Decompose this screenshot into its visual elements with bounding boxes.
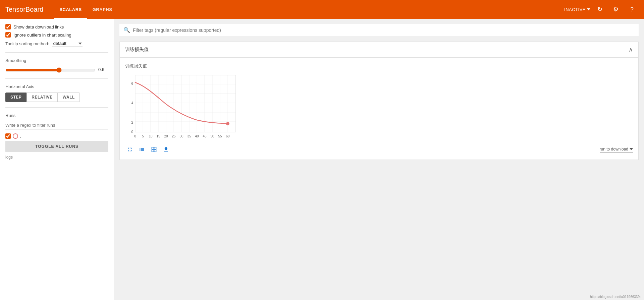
smoothing-slider[interactable] <box>5 67 96 73</box>
ignore-outliers-row: Ignore outliers in chart scaling <box>5 32 108 38</box>
svg-point-36 <box>226 122 229 125</box>
chart-section-title: 训练损失值 <box>125 47 149 53</box>
svg-text:30: 30 <box>179 134 183 138</box>
chart-card: 训练损失值 ∧ 训练损失值 <box>119 42 639 160</box>
svg-rect-39 <box>152 150 154 152</box>
svg-text:10: 10 <box>149 134 153 138</box>
checkboxes-section: Show data download links Ignore outliers… <box>5 24 108 47</box>
settings-icon[interactable]: ⚙ <box>609 3 623 16</box>
tooltip-row: Tooltip sorting method: default ascendin… <box>5 40 108 47</box>
axis-relative-button[interactable]: RELATIVE <box>26 93 57 102</box>
chart-card-body: 训练损失值 <box>120 58 638 160</box>
header-right: INACTIVE ↻ ⚙ ? <box>564 3 639 16</box>
main-nav: SCALARS GRAPHS <box>54 0 117 19</box>
show-download-label: Show data download links <box>13 24 64 29</box>
svg-text:0: 0 <box>134 134 136 138</box>
divider-2 <box>5 78 108 79</box>
svg-text:25: 25 <box>172 134 176 138</box>
horizontal-axis-title: Horizontal Axis <box>5 84 108 89</box>
runs-section: Runs . TOGGLE ALL RUNS logs <box>5 113 108 160</box>
show-download-checkbox[interactable] <box>5 24 11 29</box>
filter-bar: 🔍 <box>119 24 639 36</box>
sidebar: Show data download links Ignore outliers… <box>0 19 114 300</box>
svg-text:55: 55 <box>218 134 222 138</box>
data-toggle-button[interactable] <box>149 145 159 154</box>
run-color-dot <box>13 133 18 139</box>
main-content: 🔍 训练损失值 ∧ 训练损失值 <box>114 19 644 300</box>
axis-wall-button[interactable]: WALL <box>58 93 80 102</box>
horizontal-axis-section: Horizontal Axis STEP RELATIVE WALL <box>5 84 108 102</box>
ignore-outliers-checkbox[interactable] <box>5 32 11 38</box>
footer-url: https://blog.csdn.net/u011966339s <box>590 295 641 299</box>
tooltip-sorting-select[interactable]: default ascending descending nearest <box>52 40 83 47</box>
svg-text:4: 4 <box>131 101 133 105</box>
runs-filter-input[interactable] <box>5 121 108 129</box>
help-icon[interactable]: ? <box>625 3 639 16</box>
show-download-row: Show data download links <box>5 24 108 29</box>
chart-card-header: 训练损失值 ∧ <box>120 42 638 58</box>
tooltip-sorting-label: Tooltip sorting method: <box>5 41 49 46</box>
refresh-icon[interactable]: ↻ <box>593 3 606 16</box>
download-label: run to download <box>600 147 628 152</box>
chart-toolbar: run to download <box>125 145 633 154</box>
run-label: . <box>20 134 21 139</box>
run-to-download-select[interactable]: run to download <box>600 147 633 153</box>
logs-label: logs <box>5 155 108 160</box>
list-item: . <box>5 133 108 139</box>
svg-text:50: 50 <box>210 134 214 138</box>
runs-title: Runs <box>5 113 108 118</box>
svg-text:2: 2 <box>131 121 133 124</box>
svg-text:6: 6 <box>131 82 133 85</box>
chart-svg: 0 2 4 6 0 5 10 15 20 25 30 35 40 <box>125 72 239 142</box>
smoothing-value: 0.6 <box>98 67 108 73</box>
axis-step-button[interactable]: STEP <box>5 93 26 102</box>
axis-buttons: STEP RELATIVE WALL <box>5 93 108 102</box>
svg-text:0: 0 <box>131 130 133 134</box>
svg-text:35: 35 <box>187 134 191 138</box>
svg-rect-37 <box>152 147 154 149</box>
divider-3 <box>5 107 108 108</box>
download-svg-button[interactable] <box>161 145 171 154</box>
smoothing-row: 0.6 <box>5 67 108 73</box>
svg-rect-40 <box>154 150 156 152</box>
smoothing-section: Smoothing 0.6 <box>5 58 108 73</box>
app-header: TensorBoard SCALARS GRAPHS INACTIVE ↻ ⚙ … <box>0 0 644 19</box>
divider-1 <box>5 52 108 53</box>
search-icon: 🔍 <box>123 27 130 33</box>
svg-text:60: 60 <box>226 134 230 138</box>
legend-button[interactable] <box>137 145 147 154</box>
nav-graphs[interactable]: GRAPHS <box>87 0 118 19</box>
svg-rect-38 <box>154 147 156 149</box>
svg-text:45: 45 <box>203 134 207 138</box>
smoothing-title: Smoothing <box>5 58 108 63</box>
svg-text:20: 20 <box>164 134 168 138</box>
svg-text:5: 5 <box>142 134 144 138</box>
main-layout: Show data download links Ignore outliers… <box>0 19 644 300</box>
ignore-outliers-label: Ignore outliers in chart scaling <box>13 33 71 38</box>
chart-subtitle: 训练损失值 <box>125 63 633 69</box>
app-logo: TensorBoard <box>5 6 43 13</box>
filter-tags-input[interactable] <box>133 27 635 33</box>
svg-text:15: 15 <box>156 134 160 138</box>
expand-chart-button[interactable] <box>125 145 135 154</box>
collapse-button[interactable]: ∧ <box>629 46 633 53</box>
chart-area: 0 2 4 6 0 5 10 15 20 25 30 35 40 <box>125 72 239 142</box>
toggle-all-runs-button[interactable]: TOGGLE ALL RUNS <box>5 141 108 152</box>
run-checkbox[interactable] <box>5 133 11 139</box>
svg-text:40: 40 <box>195 134 199 138</box>
nav-scalars[interactable]: SCALARS <box>54 0 87 19</box>
status-selector[interactable]: INACTIVE <box>564 7 590 12</box>
